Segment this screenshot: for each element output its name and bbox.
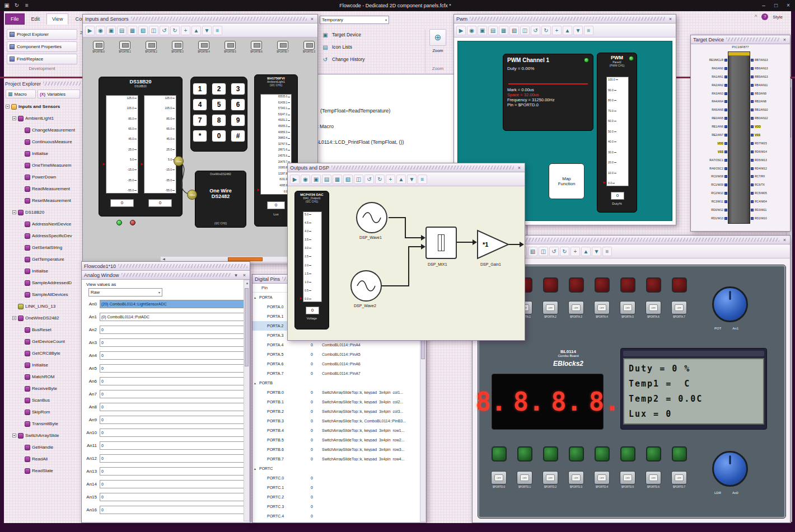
redo-icon[interactable]: ↻ bbox=[170, 26, 180, 35]
keypad-key[interactable]: 0 bbox=[212, 130, 226, 142]
ribbon-button[interactable]: Find/Replace bbox=[7, 54, 77, 64]
board-switch[interactable]: OFF $PORTD.5 bbox=[619, 471, 636, 488]
flowchart-step[interactable]: Call Component Macro bbox=[316, 124, 334, 129]
keypad-key[interactable]: 9 bbox=[231, 114, 245, 126]
hatch-icon[interactable]: ▧ bbox=[343, 175, 353, 184]
tree-item[interactable]: SampleAddressedD bbox=[4, 277, 82, 289]
tree-item[interactable]: Initialise bbox=[4, 265, 82, 277]
analog-value-input[interactable]: 0 bbox=[100, 493, 247, 501]
board-switch[interactable]: OFF $PORTA.7 bbox=[671, 301, 688, 318]
board-switch[interactable]: OFF $PORTA.4 bbox=[593, 301, 610, 318]
pin-row[interactable]: PORTC.5 0 bbox=[252, 521, 426, 522]
chip-pin[interactable]: RD2/W10 bbox=[751, 217, 788, 220]
tree-item[interactable]: SampleAllDevices bbox=[4, 289, 82, 300]
add-icon[interactable]: + bbox=[570, 247, 580, 256]
ribbon-tab[interactable]: View bbox=[46, 13, 68, 25]
analog-value-input[interactable]: 0 bbox=[100, 416, 247, 424]
view-toggle[interactable]: ▤ Icon Lists bbox=[322, 44, 352, 50]
analog-value-input[interactable]: 0 bbox=[100, 351, 247, 360]
onewire-node[interactable]: 1Wire bbox=[187, 190, 197, 200]
chip-pin[interactable]: RB5/AN13 bbox=[751, 76, 788, 78]
analog-section-header[interactable]: Analog Window ▾ × bbox=[82, 271, 250, 280]
undo-icon[interactable]: ↺ bbox=[160, 26, 169, 35]
tree-item[interactable]: ReceiveByte bbox=[4, 383, 82, 394]
down-icon[interactable]: ▼ bbox=[407, 175, 417, 184]
board-switch[interactable]: OFF $PORTA.5 bbox=[619, 301, 636, 318]
switch-button[interactable]: OFF bbox=[646, 301, 661, 314]
chip-pin[interactable]: VDD bbox=[692, 142, 727, 145]
analog-value-input[interactable]: 0 bbox=[100, 441, 247, 450]
analog-value-input[interactable]: 0 bbox=[100, 506, 247, 514]
window-titlebar[interactable]: Flowcode1*10 bbox=[82, 262, 250, 271]
pin-column-header[interactable]: Pin bbox=[261, 285, 268, 290]
tree-item[interactable]: SwitchArraySlide bbox=[4, 430, 82, 441]
keypad-key[interactable]: # bbox=[231, 130, 245, 142]
zoom-button[interactable]: ⊕ bbox=[429, 29, 446, 46]
chip-pin[interactable]: RC3/W11 bbox=[692, 200, 727, 203]
port-connector[interactable]: $PORTB.3 bbox=[171, 41, 184, 53]
dsp-mix-block[interactable] bbox=[425, 227, 457, 259]
chip-pin[interactable]: VDD bbox=[751, 125, 788, 128]
analog-value-input[interactable]: (0) ComboBL0114::PotADC bbox=[100, 313, 247, 321]
slider-marker-icon[interactable]: ▶ bbox=[257, 188, 260, 191]
up-icon[interactable]: ▲ bbox=[581, 247, 591, 256]
analog-value-input[interactable]: 0 bbox=[100, 403, 247, 411]
menu-icon[interactable]: ≡ bbox=[24, 3, 30, 8]
list-icon[interactable]: ▤ bbox=[117, 26, 127, 35]
select-icon[interactable]: ▶ bbox=[85, 26, 95, 35]
add-icon[interactable]: + bbox=[552, 26, 562, 35]
pin-row[interactable]: PORTB.0 0 SwitchArraySlideTop::k, keypad… bbox=[252, 388, 426, 397]
chip-pin[interactable]: VSS bbox=[692, 150, 727, 153]
close-button[interactable]: × bbox=[785, 3, 792, 8]
duty-slider-scale[interactable]: 100.090.080.070.060.050.040.030.020.010.… bbox=[606, 77, 629, 186]
tree-expand-icon[interactable] bbox=[12, 434, 16, 437]
hatch-icon[interactable]: ▧ bbox=[138, 26, 148, 35]
analog-value-input[interactable]: 0 bbox=[100, 480, 247, 488]
chip-pin[interactable]: RE0/AN5 bbox=[692, 117, 727, 120]
voltage-scale[interactable]: 5.04.54.03.53.02.52.01.51.00.50.0 bbox=[303, 211, 322, 302]
refresh-icon[interactable]: ↻ bbox=[13, 3, 20, 8]
tree-item[interactable]: Initialise bbox=[4, 148, 82, 159]
dsp-wave1-block[interactable] bbox=[356, 202, 387, 233]
analog-value-input[interactable]: 0 bbox=[100, 364, 247, 373]
chip-pin[interactable]: RB0/AN12 bbox=[751, 117, 788, 120]
select-icon[interactable]: ▶ bbox=[290, 175, 300, 184]
columns-icon[interactable]: ◫ bbox=[354, 175, 363, 184]
tree-item[interactable]: ContinuousMeasure bbox=[4, 136, 82, 148]
group-expand-icon[interactable] bbox=[254, 467, 259, 470]
hatch-icon[interactable]: ▧ bbox=[509, 26, 519, 35]
board-switch[interactable]: OFF $PORTD.2 bbox=[542, 471, 559, 488]
help-icon[interactable]: ? bbox=[761, 13, 768, 20]
chip-pin[interactable]: RB4/AN11 bbox=[751, 84, 788, 87]
close-icon[interactable]: × bbox=[309, 16, 315, 22]
redo-icon[interactable]: ↻ bbox=[375, 175, 385, 184]
pin-row[interactable]: PORTC.4 0 bbox=[252, 511, 426, 521]
pin-row[interactable]: PORTC.1 0 bbox=[252, 483, 426, 492]
chip-pin[interactable]: RC0/W08 bbox=[692, 175, 727, 178]
window-titlebar[interactable]: Inputs and Sensors × bbox=[83, 15, 317, 23]
group-expand-icon[interactable] bbox=[254, 381, 259, 385]
chip-pin[interactable]: RD0/W12 bbox=[692, 209, 727, 211]
pin-row[interactable]: PORTB bbox=[252, 378, 426, 388]
pin-row[interactable]: PORTB.2 0 SwitchArraySlideTop::k, keypad… bbox=[252, 407, 426, 416]
app-icon[interactable]: ▣ bbox=[3, 3, 10, 8]
analog-value-input[interactable]: 0 bbox=[100, 326, 247, 334]
tree-item[interactable]: Inputs and Sensors bbox=[4, 101, 82, 112]
switch-button[interactable]: OFF bbox=[646, 471, 661, 484]
tree-item[interactable]: GetCRC8Byte bbox=[4, 347, 82, 359]
pin-row[interactable]: PORTB.6 0 SwitchArraySlideTop::k, keypad… bbox=[252, 445, 426, 454]
collapse-ribbon-icon[interactable]: ^ bbox=[755, 14, 757, 20]
switch-button[interactable]: OFF bbox=[568, 471, 584, 484]
chip-pin[interactable]: RE3/MCLR bbox=[692, 59, 727, 62]
chip-pin[interactable]: RC2/W10 bbox=[692, 192, 727, 195]
tree-item[interactable]: MatchROM bbox=[4, 371, 82, 383]
list-icon[interactable]: ▤ bbox=[322, 175, 331, 184]
record-icon[interactable]: ◉ bbox=[301, 175, 310, 184]
close-icon[interactable]: × bbox=[241, 272, 247, 278]
board-switch[interactable]: OFF $PORTD.7 bbox=[671, 471, 688, 488]
chip-pin[interactable]: RA2/AN2 bbox=[692, 84, 727, 87]
chip-pin[interactable]: RB1/AN10 bbox=[751, 109, 788, 111]
menu-icon[interactable]: ≡ bbox=[584, 26, 593, 35]
tree-item[interactable]: AddressNextDevice bbox=[4, 218, 82, 230]
record-icon[interactable]: ◉ bbox=[467, 26, 476, 35]
